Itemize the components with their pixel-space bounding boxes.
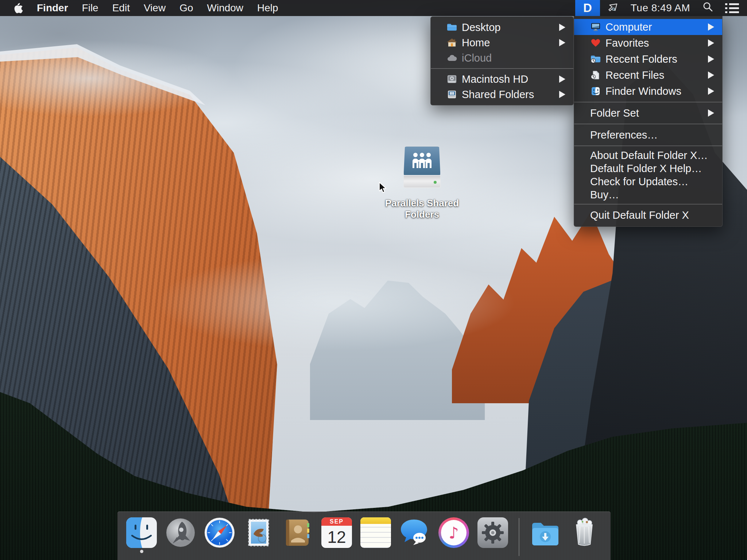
calendar-day: 12 [321,526,352,548]
shared-drive-desktop-icon [403,146,441,188]
default-folder-x-menu: Computer Favorites Recent Folders [574,16,723,227]
desktop-icon-parallels-shared-folders[interactable]: Parallels Shared Folders [378,146,466,220]
launchpad-icon [165,517,196,548]
submenu-arrow-icon [559,24,565,31]
submenu-item-icloud[interactable]: iCloud [431,50,573,66]
pointer-tool-icon [606,1,618,15]
submenu-arrow-icon [708,23,714,31]
notification-center-button[interactable] [719,0,747,16]
drive-led-indicator [434,181,437,184]
calendar-icon: SEP 12 [321,517,352,548]
default-folder-x-icon: D [581,1,594,15]
menu-item-recent-files[interactable]: Recent Files [574,67,722,83]
itunes-icon: ♪ [438,517,469,548]
folder-icon [446,23,457,32]
menu-item-computer[interactable]: Computer [574,19,722,35]
spotlight-button[interactable] [697,0,719,16]
menubar-item-window[interactable]: Window [200,0,250,16]
menu-item-about[interactable]: About Default Folder X… [574,149,722,162]
notification-center-icon [725,1,739,15]
submenu-arrow-icon [708,71,714,79]
submenu-item-macintosh-hd[interactable]: Macintosh HD [431,71,573,87]
submenu-arrow-icon [559,39,565,46]
contacts-icon [282,517,313,548]
dock-item-finder[interactable] [126,517,157,548]
mouse-cursor-icon [378,182,389,194]
dock-item-itunes[interactable]: ♪ [438,517,469,548]
dock-item-system-preferences[interactable] [477,517,508,548]
menu-item-recent-folders[interactable]: Recent Folders [574,51,722,67]
heart-icon [590,39,601,47]
menubar-item-view[interactable]: View [137,0,173,16]
menubar-item-edit[interactable]: Edit [105,0,137,16]
menu-separator [574,204,722,205]
messages-icon [399,517,430,548]
cloud-icon [446,54,457,62]
submenu-item-shared-folders[interactable]: Shared Folders [431,87,573,102]
hard-drive-icon [446,75,457,83]
downloads-folder-icon [530,517,561,548]
menu-item-favorites[interactable]: Favorites [574,35,722,51]
running-indicator [140,550,143,553]
menubar-item-file[interactable]: File [75,0,105,16]
menubar-item-help[interactable]: Help [250,0,285,16]
calendar-month: SEP [321,517,352,526]
file-clock-icon [590,71,601,79]
dock-item-safari[interactable] [204,517,235,548]
shared-drive-icon [446,90,457,99]
apple-menu[interactable] [7,0,30,16]
gear-icon [477,517,508,548]
menu-separator [574,102,722,102]
notes-icon [360,517,391,548]
apple-icon [13,3,23,13]
submenu-arrow-icon [708,39,714,47]
trash-full-icon [569,517,600,548]
menu-item-preferences[interactable]: Preferences… [574,127,722,143]
folder-clock-icon [590,55,601,63]
home-icon [446,38,457,47]
menu-item-check-for-updates[interactable]: Check for Updates… [574,175,722,188]
computer-submenu: Desktop Home iCloud [430,16,574,105]
dock-item-notes[interactable] [360,517,391,548]
finder-icon [126,517,157,548]
menu-separator [431,68,573,69]
menu-separator [574,124,722,124]
mail-icon [243,517,274,548]
desktop: Finder File Edit View Go Window Help D T… [0,0,747,560]
menu-separator [574,145,722,146]
dock: SEP 12 ♪ [117,512,611,560]
menu-item-folder-set[interactable]: Folder Set [574,105,722,121]
submenu-arrow-icon [708,109,714,117]
menubar-item-finder[interactable]: Finder [30,0,75,16]
menu-bar: Finder File Edit View Go Window Help D T… [0,0,747,16]
menu-item-buy[interactable]: Buy… [574,188,722,201]
dock-item-mail[interactable] [243,517,274,548]
menu-item-quit[interactable]: Quit Default Folder X [574,207,722,223]
submenu-arrow-icon [559,75,565,83]
display-icon [590,23,601,31]
submenu-arrow-icon [559,91,565,98]
menu-item-help[interactable]: Default Folder X Help… [574,162,722,175]
dock-item-calendar[interactable]: SEP 12 [321,517,352,548]
dock-item-messages[interactable] [399,517,430,548]
dock-divider [519,518,519,556]
submenu-arrow-icon [708,88,714,95]
dock-item-contacts[interactable] [282,517,313,548]
search-icon [703,1,713,15]
pointer-tool-menu-extra[interactable] [600,0,624,16]
submenu-item-desktop[interactable]: Desktop [431,20,573,35]
menubar-item-go[interactable]: Go [173,0,200,16]
submenu-item-home[interactable]: Home [431,35,573,50]
dock-item-downloads[interactable] [530,517,561,548]
submenu-arrow-icon [708,55,714,63]
music-note-icon: ♪ [449,524,459,542]
default-folder-x-menu-extra[interactable]: D [575,0,600,16]
dock-item-trash[interactable] [569,517,600,548]
safari-icon [204,517,235,548]
finder-face-icon [590,87,601,96]
menu-item-finder-windows[interactable]: Finder Windows [574,83,722,99]
dock-item-launchpad[interactable] [165,517,196,548]
desktop-icon-label: Parallels Shared Folders [378,198,466,220]
menubar-clock[interactable]: Tue 8:49 AM [624,0,697,16]
